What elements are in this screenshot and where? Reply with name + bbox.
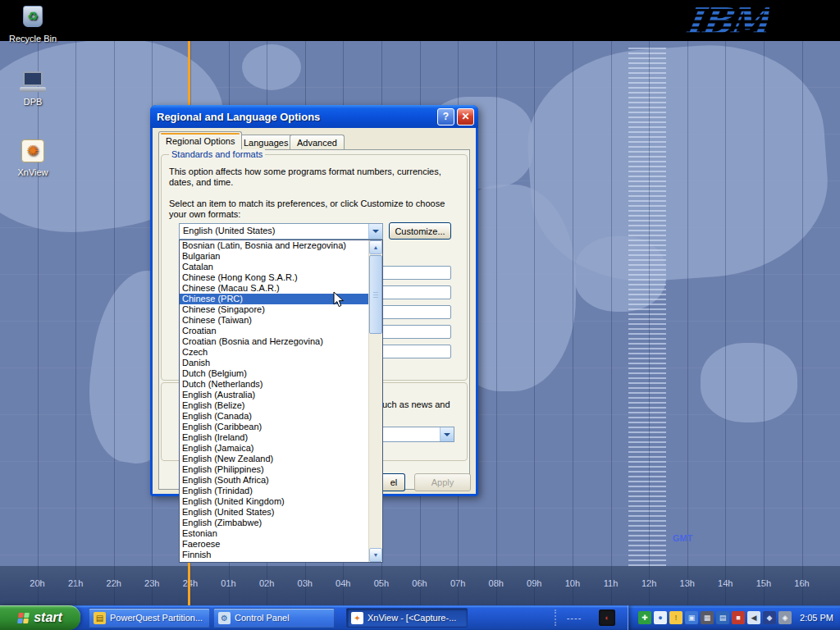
dropdown-item-language[interactable]: English (Jamaica)	[180, 443, 368, 454]
location-combobox[interactable]	[382, 427, 454, 442]
taskbar-button-control-panel[interactable]: ⚙Control Panel	[213, 608, 335, 628]
taskbar-button-xnview[interactable]: ✦XnView - [<Capture-...	[346, 608, 468, 628]
timezone-line	[649, 41, 650, 605]
taskbar-deskband[interactable]: ----	[555, 609, 592, 626]
dropdown-item-language[interactable]: English (Ireland)	[180, 432, 368, 443]
start-button-label: start	[34, 610, 62, 625]
combobox-dropdown-button[interactable]	[368, 224, 382, 239]
dropdown-item-language[interactable]: Dutch (Netherlands)	[180, 379, 368, 390]
tray-icon-monitor[interactable]: ▤	[716, 611, 729, 624]
gmt-label: GMT	[673, 533, 692, 543]
dropdown-item-language[interactable]: Finnish	[180, 550, 368, 560]
xnview-icon: ✦	[351, 612, 363, 624]
taskbar: start ▤PowerQuest Partition...⚙Control P…	[0, 605, 840, 630]
taskbar-button-label: Control Panel	[235, 613, 290, 623]
dropdown-item-language[interactable]: Bosnian (Latin, Bosnia and Herzegovina)	[180, 240, 368, 251]
close-button[interactable]: ✕	[457, 108, 474, 126]
timezone-line	[534, 41, 535, 605]
tray-icon-network[interactable]: ◆	[763, 611, 776, 624]
timezone-line	[573, 41, 573, 605]
desktop-icon-xnview[interactable]: ✺ XnView	[7, 138, 59, 177]
timezone-line	[764, 41, 765, 605]
tray-icon-updates[interactable]: !	[669, 611, 682, 624]
laptop-icon	[20, 69, 46, 95]
timezone-line	[687, 41, 688, 605]
dropdown-items: Bosnian (Latin, Bosnia and Herzegovina)B…	[180, 240, 368, 562]
dropdown-item-language[interactable]: English (New Zealand)	[180, 454, 368, 464]
tray-icon-scheduler[interactable]: ◈	[778, 611, 792, 624]
dropdown-item-language[interactable]: English (Australia)	[180, 390, 368, 400]
date-line-hatching	[628, 48, 666, 568]
timezone-line	[496, 41, 497, 605]
dropdown-item-language[interactable]: English (South Africa)	[180, 475, 368, 486]
taskbar-button-powerquest[interactable]: ▤PowerQuest Partition...	[89, 608, 210, 628]
dropdown-item-language[interactable]: English (United States)	[180, 507, 368, 518]
standards-instruction: Select an item to match its preferences,…	[169, 199, 453, 220]
timezone-line	[802, 41, 803, 605]
customize-button[interactable]: Customize...	[389, 222, 451, 240]
scroll-up-button[interactable]: ▲	[369, 240, 382, 254]
tab-advanced[interactable]: Advanced	[290, 135, 345, 150]
tab-regional-options[interactable]: Regional Options	[158, 131, 242, 150]
dropdown-item-language[interactable]: Danish	[180, 358, 368, 368]
timezone-line	[38, 41, 39, 605]
mouse-cursor	[333, 291, 345, 310]
tab-languages[interactable]: Languages	[236, 135, 295, 150]
desktop-icon-label: DPB	[7, 97, 59, 107]
desktop-icon-dpb[interactable]: DPB	[7, 69, 59, 107]
combobox-dropdown-button[interactable]	[440, 427, 454, 441]
apply-button[interactable]: Apply	[414, 473, 471, 491]
start-button[interactable]: start	[0, 605, 80, 630]
tray-icon-globe[interactable]: ●	[654, 611, 667, 624]
dropdown-item-language[interactable]: Chinese (Taiwan)	[180, 315, 368, 326]
tray-icon-antivirus[interactable]: ✚	[638, 611, 651, 624]
cancel-button-fragment[interactable]: el	[383, 473, 405, 491]
dropdown-item-language[interactable]: Croatian	[180, 326, 368, 336]
scrollbar-thumb[interactable]	[369, 255, 382, 334]
dropdown-item-language[interactable]: English (Belize)	[180, 400, 368, 411]
chevron-down-icon	[372, 230, 379, 236]
language-dropdown-list: Bosnian (Latin, Bosnia and Herzegovina)B…	[179, 240, 383, 563]
dropdown-item-language[interactable]: Bulgarian	[180, 251, 368, 262]
recycle-bin-icon: ♻	[23, 6, 43, 27]
system-tray: ✚●!▣▦▤■◀◆◈ 2:05 PM	[628, 605, 840, 630]
dropdown-item-language[interactable]: Catalan	[180, 262, 368, 272]
windows-flag-icon	[17, 613, 30, 623]
powerquest-icon: ▤	[94, 612, 106, 624]
dropdown-item-language[interactable]: Estonian	[180, 528, 368, 539]
taskbar-button-label: PowerQuest Partition...	[110, 613, 203, 623]
tray-icon-display[interactable]: ▣	[685, 611, 698, 624]
taskbar-clock: 2:05 PM	[800, 613, 833, 623]
dialog-title: Regional and Language Options	[157, 111, 435, 123]
scroll-down-button[interactable]: ▼	[369, 548, 382, 562]
tray-icon-media[interactable]: ■	[732, 611, 745, 624]
dropdown-item-language[interactable]: English (Zimbabwe)	[180, 518, 368, 528]
timezone-line	[75, 41, 76, 605]
taskbar-buttons: ▤PowerQuest Partition...⚙Control Panel✦X…	[89, 608, 468, 628]
taskbar-dark-icon[interactable]: ◐	[599, 609, 615, 626]
dropdown-item-language[interactable]: Chinese (Hong Kong S.A.R.)	[180, 272, 368, 283]
tray-icon-graphics[interactable]: ▦	[701, 611, 714, 624]
dropdown-item-language[interactable]: Czech	[180, 347, 368, 358]
help-button[interactable]: ?	[437, 108, 454, 126]
dropdown-item-language[interactable]: English (United Kingdom)	[180, 496, 368, 507]
timezone-line	[611, 41, 612, 605]
standards-description: This option affects how some programs fo…	[169, 167, 453, 188]
dropdown-item-language[interactable]: Faeroese	[180, 539, 368, 550]
standards-format-combobox[interactable]: English (United States)	[179, 223, 383, 240]
tray-icon-volume[interactable]: ◀	[747, 611, 760, 624]
dropdown-item-language[interactable]: English (Philippines)	[180, 464, 368, 475]
dropdown-item-language[interactable]: Dutch (Belgium)	[180, 368, 368, 379]
desktop-icon-recycle-bin[interactable]: ♻ Recycle Bin	[7, 4, 59, 43]
dropdown-item-language[interactable]: Croatian (Bosnia and Herzegovina)	[180, 336, 368, 347]
desktop-icon-label: XnView	[7, 167, 59, 177]
location-text-fragment: uch as news and	[382, 399, 450, 409]
dialog-titlebar[interactable]: Regional and Language Options ? ✕	[150, 105, 478, 128]
control-panel-icon: ⚙	[218, 612, 231, 624]
dropdown-item-language[interactable]: English (Trinidad)	[180, 486, 368, 496]
dropdown-item-language[interactable]: English (Canada)	[180, 411, 368, 422]
dropdown-item-language[interactable]: English (Caribbean)	[180, 422, 368, 432]
timezone-line	[725, 41, 726, 605]
ibm-logo: IBM	[682, 0, 771, 42]
dropdown-scrollbar[interactable]: ▲ ▼	[368, 240, 382, 562]
